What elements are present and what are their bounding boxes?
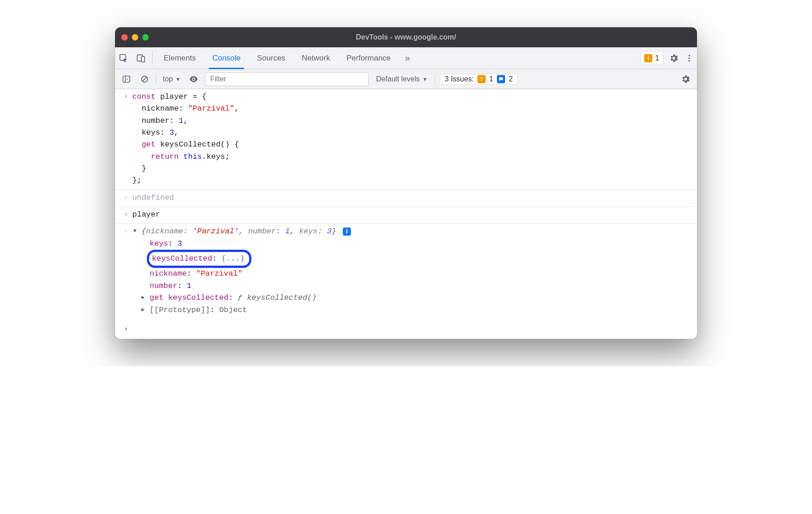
issues-pill[interactable]: 3 Issues: ! 1 2: [440, 74, 518, 85]
tab-performance[interactable]: Performance: [338, 47, 399, 69]
issues-warn-count: 1: [489, 75, 493, 83]
tab-sources[interactable]: Sources: [249, 47, 293, 69]
object-tree: keys: 3 keysCollected: (...) nickname: "…: [132, 238, 692, 316]
object-output: ▼ {nickname: 'Parzival', number: 1, keys…: [132, 226, 692, 316]
warning-icon: !: [477, 75, 486, 83]
levels-label: Default levels: [376, 75, 420, 83]
warning-count: 1: [655, 54, 659, 62]
titlebar: DevTools - www.google.com/: [115, 27, 697, 47]
object-property[interactable]: number: 1: [132, 280, 692, 292]
settings-icon[interactable]: [666, 47, 682, 69]
minimize-window-button[interactable]: [132, 34, 138, 40]
context-label: top: [163, 75, 173, 83]
svg-point-5: [688, 60, 690, 61]
window-title: DevTools - www.google.com/: [115, 33, 697, 41]
more-tabs-icon[interactable]: »: [399, 47, 416, 69]
console-settings-icon[interactable]: [679, 72, 692, 86]
tab-elements[interactable]: Elements: [155, 47, 204, 69]
input-chevron-icon: [120, 209, 132, 220]
output-chevron-icon: [120, 192, 132, 203]
object-preview[interactable]: ▼ {nickname: 'Parzival', number: 1, keys…: [132, 226, 692, 237]
filter-input[interactable]: [205, 72, 369, 86]
log-levels-selector[interactable]: Default levels ▼: [373, 75, 430, 83]
execution-context-selector[interactable]: top ▼: [161, 75, 182, 83]
inspect-element-icon[interactable]: [115, 47, 132, 69]
object-property[interactable]: nickname: "Parzival": [132, 268, 692, 280]
console-toolbar: top ▼ Default levels ▼ 3 Issues: ! 1 2: [115, 69, 697, 89]
console-input-row: player: [115, 207, 697, 224]
close-window-button[interactable]: [121, 34, 128, 40]
more-options-icon[interactable]: [682, 47, 697, 69]
dropdown-triangle-icon: ▼: [175, 76, 180, 82]
svg-rect-2: [141, 56, 145, 62]
devtools-window: DevTools - www.google.com/ Elements Cons…: [115, 27, 697, 339]
maximize-window-button[interactable]: [142, 34, 149, 40]
object-property-getter[interactable]: keysCollected: (...): [132, 250, 692, 268]
undefined-output: undefined: [132, 192, 692, 204]
issues-label: 3 Issues:: [445, 75, 474, 83]
info-badge-icon[interactable]: i: [343, 227, 351, 236]
svg-point-4: [688, 57, 690, 59]
info-icon: [497, 75, 505, 83]
input-chevron-icon: [120, 91, 132, 102]
object-property[interactable]: keys: 3: [132, 238, 692, 250]
dropdown-triangle-icon: ▼: [422, 76, 427, 82]
disclosure-triangle-icon[interactable]: ▼: [133, 227, 136, 236]
object-getter-def[interactable]: ▶ get keysCollected: ƒ keysCollected(): [132, 292, 692, 304]
warning-icon: !: [644, 54, 652, 62]
disclosure-triangle-icon[interactable]: ▶: [141, 293, 145, 302]
disclosure-triangle-icon[interactable]: ▶: [141, 306, 145, 314]
tabbar-warning-badge[interactable]: ! 1: [640, 51, 663, 65]
devtools-tabbar: Elements Console Sources Network Perform…: [115, 47, 697, 69]
device-toolbar-icon[interactable]: [132, 47, 150, 69]
object-prototype[interactable]: ▶ [[Prototype]]: Object: [132, 304, 692, 316]
prompt-chevron-icon: [120, 323, 132, 334]
console-output-row: undefined: [115, 190, 697, 207]
tab-console[interactable]: Console: [204, 47, 249, 69]
console-body: const player = { nickname: "Parzival", n…: [115, 89, 697, 339]
input-expression[interactable]: player: [132, 209, 692, 221]
issues-info-count: 2: [509, 75, 513, 83]
console-prompt[interactable]: [115, 321, 697, 339]
live-expression-icon[interactable]: [187, 72, 200, 86]
output-chevron-icon: [120, 226, 132, 237]
code-block[interactable]: const player = { nickname: "Parzival", n…: [132, 91, 692, 187]
toggle-sidebar-icon[interactable]: [120, 72, 133, 86]
svg-point-3: [688, 55, 690, 56]
tab-network[interactable]: Network: [294, 47, 338, 69]
highlight-annotation: keysCollected: (...): [147, 250, 251, 268]
console-output-row: ▼ {nickname: 'Parzival', number: 1, keys…: [115, 224, 697, 320]
clear-console-icon[interactable]: [138, 72, 151, 86]
console-input-row: const player = { nickname: "Parzival", n…: [115, 89, 697, 190]
window-controls: [121, 34, 149, 40]
